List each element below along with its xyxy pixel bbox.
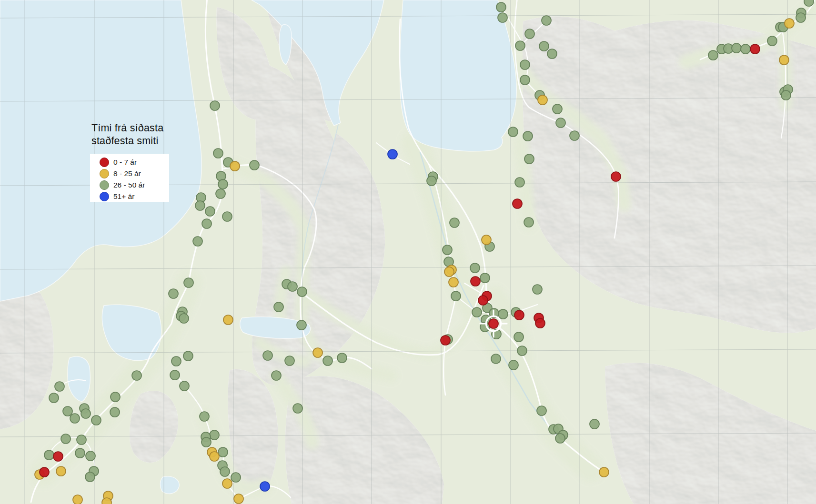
map-point-green[interactable] xyxy=(44,450,54,460)
map-point-yellow[interactable] xyxy=(444,267,454,277)
map-point-green[interactable] xyxy=(132,371,141,380)
map-point-green[interactable] xyxy=(472,307,482,317)
map-point-green[interactable] xyxy=(195,201,205,210)
map-point-green[interactable] xyxy=(202,219,212,228)
map-point-green[interactable] xyxy=(443,245,452,255)
map-canvas[interactable]: Tími frá síðasta staðfesta smiti 0 - 7 á… xyxy=(0,0,816,504)
map-point-red[interactable] xyxy=(478,296,488,305)
map-point-green[interactable] xyxy=(508,127,518,137)
map-point-green[interactable] xyxy=(183,351,193,361)
map-point-green[interactable] xyxy=(297,320,306,330)
map-point-yellow[interactable] xyxy=(230,161,240,171)
map-point-green[interactable] xyxy=(218,447,228,457)
map-point-green[interactable] xyxy=(91,415,101,425)
map-point-green[interactable] xyxy=(517,346,527,356)
map-point-green[interactable] xyxy=(590,419,599,429)
map-point-blue[interactable] xyxy=(260,482,270,491)
map-point-yellow[interactable] xyxy=(449,277,458,287)
map-point-yellow[interactable] xyxy=(779,55,789,65)
map-point-green[interactable] xyxy=(171,356,181,366)
map-point-green[interactable] xyxy=(169,289,178,298)
map-point-green[interactable] xyxy=(77,435,86,445)
map-point-green[interactable] xyxy=(708,50,718,60)
map-point-green[interactable] xyxy=(323,356,332,366)
map-point-yellow[interactable] xyxy=(785,19,794,28)
map-point-green[interactable] xyxy=(201,437,211,447)
map-point-green[interactable] xyxy=(537,406,546,415)
map-point-red[interactable] xyxy=(514,310,524,320)
map-point-green[interactable] xyxy=(450,218,459,227)
map-point-red[interactable] xyxy=(535,318,545,328)
map-point-green[interactable] xyxy=(193,237,202,246)
map-point-green[interactable] xyxy=(200,412,209,421)
map-point-red[interactable] xyxy=(441,336,450,345)
map-point-green[interactable] xyxy=(515,41,525,50)
map-point-green[interactable] xyxy=(81,409,91,418)
map-point-green[interactable] xyxy=(288,282,297,291)
map-point-green[interactable] xyxy=(250,160,259,170)
map-point-green[interactable] xyxy=(427,176,436,186)
map-point-green[interactable] xyxy=(86,451,95,461)
map-point-green[interactable] xyxy=(205,207,215,216)
map-point-green[interactable] xyxy=(222,212,232,221)
map-point-green[interactable] xyxy=(184,278,193,287)
map-point-green[interactable] xyxy=(170,370,180,380)
map-point-red[interactable] xyxy=(489,319,498,328)
map-point-green[interactable] xyxy=(110,407,120,417)
map-point-green[interactable] xyxy=(796,13,806,22)
map-point-green[interactable] xyxy=(216,189,225,198)
map-point-yellow[interactable] xyxy=(234,494,243,504)
map-point-green[interactable] xyxy=(525,29,534,39)
map-point-green[interactable] xyxy=(85,472,95,482)
map-point-yellow[interactable] xyxy=(222,479,232,488)
map-point-yellow[interactable] xyxy=(599,467,609,477)
map-point-green[interactable] xyxy=(767,36,777,46)
map-point-green[interactable] xyxy=(220,467,230,476)
map-point-blue[interactable] xyxy=(388,149,397,159)
map-point-red[interactable] xyxy=(611,172,621,181)
map-point-green[interactable] xyxy=(480,273,490,283)
map-point-green[interactable] xyxy=(49,393,59,403)
map-point-green[interactable] xyxy=(491,354,501,364)
map-point-green[interactable] xyxy=(337,353,347,363)
map-point-red[interactable] xyxy=(471,277,480,286)
map-point-yellow[interactable] xyxy=(210,452,219,461)
map-point-yellow[interactable] xyxy=(56,466,66,476)
map-point-green[interactable] xyxy=(451,291,461,301)
map-point-green[interactable] xyxy=(179,314,189,323)
map-point-green[interactable] xyxy=(210,101,220,110)
map-point-red[interactable] xyxy=(513,199,522,208)
map-point-green[interactable] xyxy=(542,16,551,25)
map-point-green[interactable] xyxy=(210,430,219,440)
map-point-green[interactable] xyxy=(293,404,302,413)
map-point-green[interactable] xyxy=(741,44,750,54)
map-point-green[interactable] xyxy=(556,118,565,128)
map-point-green[interactable] xyxy=(515,178,524,187)
map-point-green[interactable] xyxy=(553,104,562,114)
map-point-green[interactable] xyxy=(218,179,228,189)
map-point-yellow[interactable] xyxy=(313,348,322,357)
map-point-red[interactable] xyxy=(750,44,760,54)
map-point-yellow[interactable] xyxy=(73,495,82,504)
map-point-green[interactable] xyxy=(555,434,565,443)
map-point-green[interactable] xyxy=(263,351,272,360)
map-point-green[interactable] xyxy=(63,406,72,416)
map-point-green[interactable] xyxy=(524,217,534,227)
map-point-green[interactable] xyxy=(75,448,85,458)
map-point-yellow[interactable] xyxy=(102,498,111,504)
map-point-green[interactable] xyxy=(498,13,507,22)
map-point-green[interactable] xyxy=(70,414,80,423)
map-point-green[interactable] xyxy=(111,392,120,402)
map-point-green[interactable] xyxy=(297,287,307,296)
map-point-green[interactable] xyxy=(781,90,791,100)
map-point-green[interactable] xyxy=(533,285,542,294)
map-point-yellow[interactable] xyxy=(538,95,547,105)
map-point-green[interactable] xyxy=(498,309,508,319)
map-point-green[interactable] xyxy=(514,332,524,342)
map-point-green[interactable] xyxy=(570,131,579,140)
map-point-yellow[interactable] xyxy=(223,315,233,325)
map-point-green[interactable] xyxy=(732,43,741,53)
map-point-green[interactable] xyxy=(523,131,533,141)
map-point-green[interactable] xyxy=(272,371,281,380)
map-point-green[interactable] xyxy=(180,381,189,391)
